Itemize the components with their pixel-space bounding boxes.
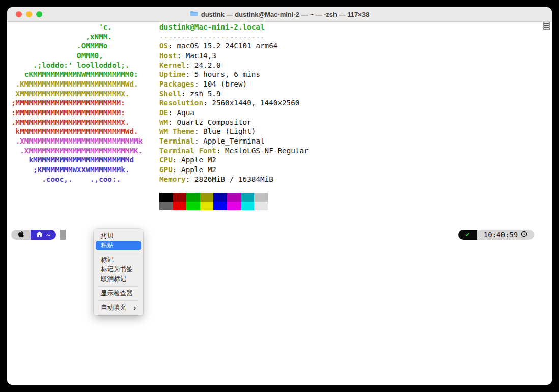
menu-item[interactable]: 标记为书签 [96, 265, 141, 274]
submenu-chevron-icon: › [134, 304, 136, 311]
menu-item-label: 自动填充 [101, 304, 126, 311]
apple-logo-icon [18, 230, 24, 240]
window-title: dustink — dustink@Mac-mini-2 — ~ — -zsh … [201, 11, 370, 18]
ascii-art-line: .XMMMMMMMMMMMMMMMMMMMMMMMMMMk [11, 137, 143, 145]
menu-separator [98, 300, 139, 301]
palette-swatch [200, 193, 214, 202]
info-value: : Blue (Light) [194, 127, 256, 135]
info-hostname: dustink@Mac-mini-2.local [159, 23, 265, 31]
palette-swatch [159, 202, 173, 210]
palette-swatch [213, 202, 227, 210]
ascii-art-line: .XMMMMMMMMMMMMMMMMMMMMMMMMK. [11, 147, 143, 155]
status-check-icon: ✔ [465, 230, 470, 240]
prompt-os-segment [11, 230, 31, 240]
palette-swatch [173, 202, 187, 210]
menu-item[interactable]: 粘贴 [96, 241, 141, 250]
prompt-status-segment: ✔ [458, 230, 477, 240]
ascii-art-line: ;MMMMMMMMMMMMMMMMMMMMMMMM: [11, 99, 125, 107]
info-value: : Mac14,3 [177, 51, 216, 60]
palette-swatch [254, 202, 268, 210]
folder-icon [190, 10, 198, 18]
palette-swatch [241, 193, 255, 202]
info-label: Terminal Font [159, 147, 216, 155]
info-label: WM Theme [159, 127, 194, 135]
right-prompt: ✔ 10:40:59 [458, 230, 534, 240]
menu-item[interactable]: 标记 [96, 255, 141, 265]
info-value: : Quartz Compositor [168, 118, 251, 126]
info-value: : 2826MiB / 16384MiB [186, 175, 273, 183]
prompt-path-segment: ~ [31, 230, 56, 240]
info-label: Uptime [159, 70, 186, 78]
shell-prompt: ~ [11, 230, 56, 240]
menu-separator [98, 286, 139, 287]
info-value: : Apple M2 [173, 165, 216, 174]
clock-icon [521, 231, 527, 239]
info-value: : macOS 15.2 24C101 arm64 [168, 42, 277, 50]
ascii-art-line: cKMMMMMMMMMMNWMMMMMMMMMM0: [11, 70, 138, 78]
window-titlebar[interactable]: dustink — dustink@Mac-mini-2 — ~ — -zsh … [7, 7, 552, 22]
info-value: : Apple M2 [173, 156, 216, 164]
terminal-content[interactable]: 'c. ,xNMM. .OMMMMo OMMM0, .;loddo:' lool… [7, 22, 552, 385]
info-label: DE [159, 108, 168, 117]
ascii-art-line: .KMMMMMMMMMMMMMMMMMMMMMMMWd. [11, 80, 138, 88]
ascii-art-line: ,xNMM. [11, 33, 112, 41]
home-icon [36, 231, 43, 239]
palette-swatch [254, 193, 268, 202]
info-label: Resolution [159, 99, 203, 107]
menu-item[interactable]: 显示检查器 [96, 289, 141, 298]
ascii-art-line: .cooc,. .,coo:. [11, 175, 121, 183]
close-button[interactable] [16, 11, 22, 17]
menu-item-label: 粘贴 [101, 242, 114, 249]
ascii-art-line: .OMMMMo [11, 42, 107, 50]
terminal-cursor [60, 230, 66, 240]
neofetch-ascii-art: 'c. ,xNMM. .OMMMMo OMMM0, .;loddo:' lool… [11, 22, 143, 184]
ascii-art-line: kMMMMMMMMMMMMMMMMMMMMMMMMWd. [11, 127, 138, 135]
minimize-button[interactable] [26, 11, 32, 17]
palette-swatch [227, 193, 241, 202]
info-label: Kernel [159, 61, 186, 69]
info-value: : 104 (brew) [194, 80, 247, 88]
palette-swatch [241, 202, 255, 210]
menu-item[interactable]: 取消标记 [96, 274, 141, 284]
palette-swatch [186, 193, 200, 202]
ascii-art-line: 'c. [11, 23, 112, 31]
palette-swatch [213, 193, 227, 202]
menu-separator [98, 253, 139, 253]
info-value: : zsh 5.9 [181, 90, 220, 98]
palette-swatch [159, 193, 173, 202]
info-value: : Aqua [168, 108, 194, 117]
palette-row-2 [159, 202, 268, 210]
menu-item-label: 标记 [101, 257, 114, 263]
traffic-lights [16, 7, 42, 21]
palette-swatch [173, 193, 187, 202]
ascii-art-line: kMMMMMMMMMMMMMMMMMMMMMMd [11, 156, 134, 164]
ascii-art-line: .;loddo:' loolloddol;. [11, 61, 129, 69]
info-label: Host [159, 51, 177, 60]
prompt-path: ~ [46, 231, 50, 239]
palette-row-1 [159, 193, 268, 202]
info-value: : Apple_Terminal [194, 137, 265, 145]
info-label: WM [159, 118, 168, 126]
info-label: Shell [159, 90, 181, 98]
info-label: Packages [159, 80, 194, 88]
scrollbar-mark-button[interactable] [543, 22, 550, 30]
ascii-art-line: OMMM0, [11, 51, 103, 60]
prompt-time: 10:40:59 [484, 231, 518, 239]
info-value: : 24.2.0 [186, 61, 221, 69]
menu-item[interactable]: 拷贝 [96, 231, 141, 241]
menu-item-label: 取消标记 [101, 276, 126, 283]
ascii-art-line: ;KMMMMMMMWXXWMMMMMMMk. [11, 165, 129, 174]
menu-item[interactable]: 自动填充› [96, 303, 141, 313]
menu-item-label: 标记为书签 [101, 266, 133, 273]
info-label: CPU [159, 156, 173, 164]
info-label: OS [159, 42, 168, 50]
ascii-art-line: :MMMMMMMMMMMMMMMMMMMMMMMM: [11, 108, 125, 117]
info-label: GPU [159, 165, 173, 174]
info-separator: ------------------------ [159, 33, 265, 41]
ascii-art-line: XMMMMMMMMMMMMMMMMMMMMMMMX. [11, 90, 129, 98]
info-value: : MesloLGS-NF-Regular [216, 147, 309, 155]
zoom-button[interactable] [36, 11, 42, 17]
prompt-time-segment: 10:40:59 [477, 230, 534, 240]
palette-swatch [200, 202, 214, 210]
info-value: : 2560x1440, 1440x2560 [203, 99, 299, 107]
